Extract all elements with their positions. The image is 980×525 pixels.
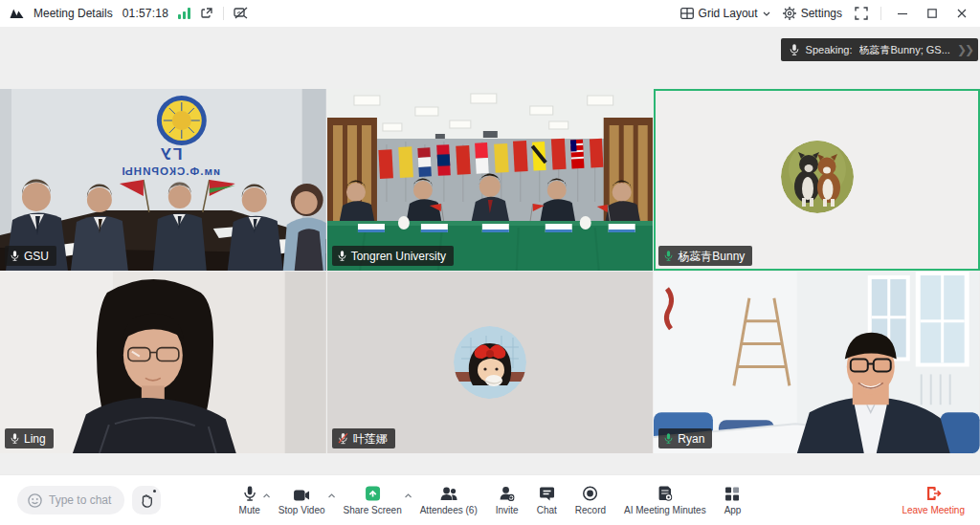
avatar [454, 326, 526, 399]
share-options-chevron[interactable] [405, 490, 412, 500]
leave-meeting-icon [925, 486, 942, 501]
interpretation-off-icon[interactable] [234, 7, 249, 20]
speaker-mic-icon [790, 43, 799, 56]
stop-video-label: Stop Video [278, 505, 325, 515]
participant-name-tag: GSU [5, 246, 56, 266]
participant-name: Ling [24, 433, 46, 445]
meeting-window: Meeting Details 01:57:18 Grid Layout Set… [0, 0, 980, 525]
gsu-wall-sign: ГУ им.Ф.СКОРИНЫ [8, 144, 326, 179]
bottom-toolbar: Type to chat Mute Stop Video Share Scree… [0, 474, 980, 525]
invite-button[interactable]: Invite [496, 485, 519, 515]
raise-hand-button[interactable] [132, 486, 161, 514]
video-tile-yelianna[interactable]: 叶莲娜 [327, 272, 654, 453]
video-tile-tongren[interactable]: Tongren University [327, 89, 654, 271]
leave-meeting-label: Leave Meeting [902, 505, 965, 515]
gsu-sign-line2: им.Ф.СКОРИНЫ [8, 164, 326, 178]
settings-button[interactable]: Settings [783, 7, 842, 20]
dogs-avatar-image [781, 141, 854, 213]
app-button[interactable]: App [724, 485, 742, 515]
title-bar: Meeting Details 01:57:18 Grid Layout Set… [0, 0, 980, 28]
invite-label: Invite [496, 505, 519, 515]
meeting-details-menu[interactable]: Meeting Details [33, 7, 113, 20]
participant-name: Tongren University [351, 251, 446, 262]
participant-name-tag: Ryan [658, 428, 712, 448]
participant-name-tag: Tongren University [332, 246, 454, 266]
chat-input[interactable]: Type to chat [17, 486, 124, 514]
share-screen-button[interactable]: Share Screen [344, 485, 402, 515]
video-options-chevron[interactable] [328, 490, 336, 500]
grid-layout-button[interactable]: Grid Layout [680, 7, 770, 20]
video-tile-bunny[interactable]: 杨蕊青Bunny [654, 89, 980, 271]
meeting-timer: 01:57:18 [122, 7, 168, 20]
mic-on-icon [11, 250, 19, 262]
hand-indicator-dot [153, 490, 156, 492]
ai-meeting-minutes-button[interactable]: AI Meeting Minutes [624, 485, 706, 515]
record-icon [583, 486, 598, 501]
minimize-button[interactable] [894, 5, 911, 22]
cartoon-avatar-image [454, 326, 526, 399]
grid-layout-icon [680, 8, 694, 19]
mic-muted-icon [338, 432, 348, 445]
chat-bubble-icon [539, 487, 554, 501]
smiley-icon [28, 493, 42, 508]
participant-name-tag: 叶莲娜 [332, 428, 395, 448]
video-tile-ling[interactable]: Ling [0, 272, 326, 453]
share-screen-label: Share Screen [344, 505, 402, 515]
participant-name-tag: Ling [5, 428, 54, 448]
invite-icon [500, 486, 515, 501]
grid-layout-label: Grid Layout [699, 7, 758, 20]
participant-name-tag: 杨蕊青Bunny [658, 246, 752, 266]
speaking-prefix: Speaking: [806, 44, 853, 55]
video-stage: Speaking: 杨蕊青Bunny; GS... ❯❯ [0, 27, 980, 475]
stop-video-button[interactable]: Stop Video [278, 485, 325, 515]
leave-meeting-button[interactable]: Leave Meeting [902, 485, 965, 515]
chevron-down-icon [763, 11, 770, 16]
tongren-video-frame [327, 89, 654, 271]
voov-logo-icon [10, 8, 24, 19]
mute-options-chevron[interactable] [263, 490, 271, 500]
app-label: App [724, 505, 742, 515]
mic-on-icon [338, 250, 346, 262]
speaking-banner[interactable]: Speaking: 杨蕊青Bunny; GS... ❯❯ [781, 38, 978, 61]
mic-on-icon [11, 432, 19, 445]
video-tile-gsu[interactable]: ГУ им.Ф.СКОРИНЫ GSU [0, 89, 326, 271]
banner-collapse-icon[interactable]: ❯❯ [957, 43, 972, 56]
record-button[interactable]: Record [575, 485, 606, 515]
titlebar-divider [223, 7, 224, 20]
speaking-names: 杨蕊青Bunny; GS... [859, 43, 950, 57]
maximize-button[interactable] [924, 5, 941, 22]
toolbar-center: Mute Stop Video Share Screen Attendees (… [239, 475, 742, 525]
camera-icon [294, 490, 310, 501]
ling-video-frame [0, 272, 326, 453]
participant-name: 杨蕊青Bunny [678, 251, 745, 262]
mic-speaking-icon [664, 250, 673, 262]
settings-label: Settings [801, 7, 842, 20]
participant-name: GSU [24, 251, 49, 262]
video-tile-ryan[interactable]: Ryan [654, 272, 980, 453]
gsu-video-frame [0, 89, 326, 271]
attendees-label: Attendees (6) [420, 505, 478, 515]
mic-speaking-icon [664, 432, 673, 445]
ai-minutes-icon [657, 486, 672, 501]
attendees-icon [439, 487, 457, 501]
network-signal-icon[interactable] [178, 8, 190, 19]
app-grid-icon [725, 487, 740, 501]
participant-name: 叶莲娜 [353, 433, 388, 445]
fullscreen-icon[interactable] [855, 7, 868, 20]
titlebar-divider [880, 7, 881, 20]
mute-label: Mute [239, 505, 260, 515]
chat-button[interactable]: Chat [537, 485, 557, 515]
attendees-button[interactable]: Attendees (6) [420, 485, 478, 515]
chat-placeholder: Type to chat [49, 493, 111, 507]
close-button[interactable] [953, 5, 970, 22]
mic-icon [243, 486, 256, 501]
chat-label: Chat [537, 505, 557, 515]
pop-out-icon[interactable] [200, 7, 213, 20]
participant-name: Ryan [678, 433, 704, 445]
ai-minutes-label: AI Meeting Minutes [624, 505, 706, 515]
record-label: Record [575, 505, 606, 515]
mute-button[interactable]: Mute [239, 485, 260, 515]
gear-icon [783, 7, 796, 20]
raise-hand-icon [140, 493, 153, 508]
gsu-sign-line1: ГУ [8, 144, 326, 164]
